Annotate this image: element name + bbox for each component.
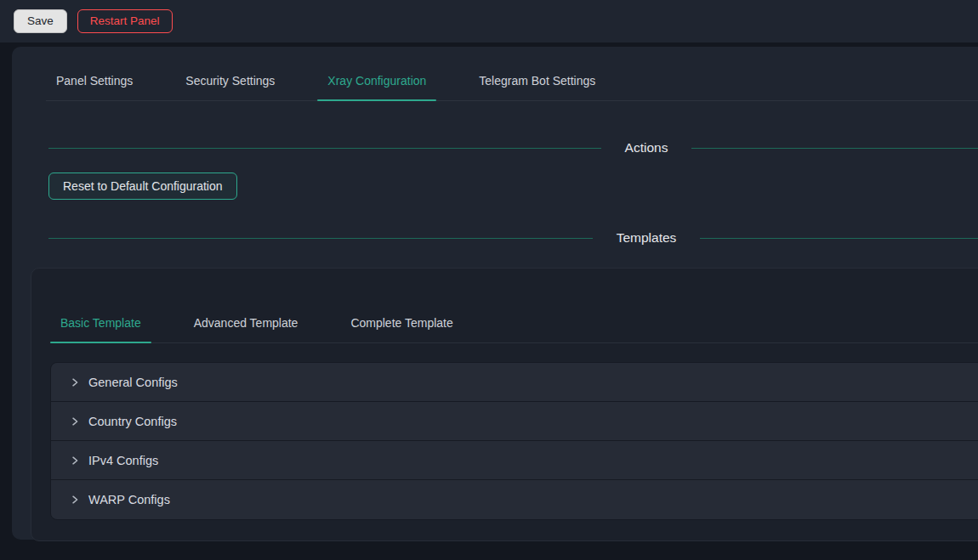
tab-telegram-bot-settings[interactable]: Telegram Bot Settings xyxy=(469,62,606,100)
chevron-right-icon xyxy=(70,377,80,387)
divider-line xyxy=(700,238,978,239)
tab-basic-template[interactable]: Basic Template xyxy=(50,304,151,342)
reset-default-config-button[interactable]: Reset to Default Configuration xyxy=(48,173,237,200)
actions-divider: Actions xyxy=(48,140,978,156)
chevron-right-icon xyxy=(70,495,80,505)
divider-line xyxy=(48,148,601,149)
settings-card: Panel Settings Security Settings Xray Co… xyxy=(12,47,978,540)
template-tabs: Basic Template Advanced Template Complet… xyxy=(50,304,978,343)
collapse-item-warp-configs[interactable]: WARP Configs xyxy=(51,480,978,519)
settings-tabs: Panel Settings Security Settings Xray Co… xyxy=(46,62,978,101)
collapse-item-ipv4-configs[interactable]: IPv4 Configs xyxy=(51,441,978,480)
top-toolbar: Save Restart Panel xyxy=(0,0,978,42)
templates-card: Basic Template Advanced Template Complet… xyxy=(31,268,978,541)
restart-panel-button[interactable]: Restart Panel xyxy=(77,9,173,33)
tab-panel-settings[interactable]: Panel Settings xyxy=(46,62,143,100)
actions-divider-label: Actions xyxy=(601,140,692,156)
collapse-item-label: Country Configs xyxy=(88,415,177,428)
save-button[interactable]: Save xyxy=(14,9,67,33)
tab-complete-template[interactable]: Complete Template xyxy=(340,304,463,342)
templates-divider-label: Templates xyxy=(593,230,701,246)
collapse-item-general-configs[interactable]: General Configs xyxy=(51,363,978,402)
chevron-right-icon xyxy=(70,455,80,466)
template-collapse-list: General Configs Country Configs IPv4 Con… xyxy=(50,362,978,520)
divider-line xyxy=(48,238,593,239)
chevron-right-icon xyxy=(70,416,80,427)
templates-divider: Templates xyxy=(48,230,978,246)
tab-security-settings[interactable]: Security Settings xyxy=(175,62,285,100)
collapse-item-label: IPv4 Configs xyxy=(88,454,158,467)
collapse-item-label: WARP Configs xyxy=(88,493,170,506)
divider-line xyxy=(691,148,978,149)
collapse-item-label: General Configs xyxy=(88,376,178,389)
collapse-item-country-configs[interactable]: Country Configs xyxy=(51,402,978,441)
tab-xray-configuration[interactable]: Xray Configuration xyxy=(317,62,436,100)
tab-advanced-template[interactable]: Advanced Template xyxy=(184,304,309,342)
